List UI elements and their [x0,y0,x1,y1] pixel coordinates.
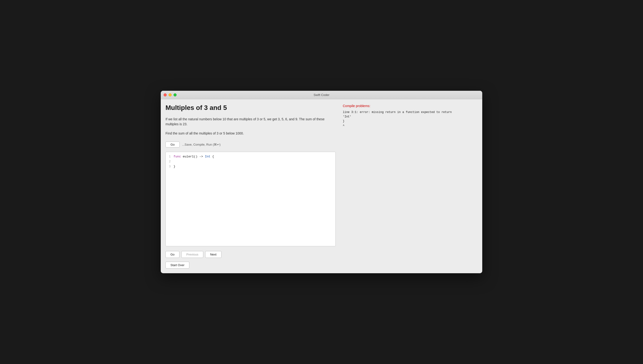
shortcut-hint: ...Save, Compile, Run (⌘↩) [182,143,220,146]
previous-button[interactable]: Previous [181,251,203,258]
problem-task: Find the sum of all the multiples of 3 o… [166,131,336,136]
left-panel: Multiples of 3 and 5 If we list all the … [166,104,336,268]
bottom-buttons: Go Previous Next [166,251,336,258]
go-button-top[interactable]: Go [166,142,180,148]
start-over-row: Start Over [166,262,336,268]
problem-description: If we list all the natural numbers below… [166,117,336,127]
go-bar: Go ...Save, Compile, Run (⌘↩) [166,142,336,148]
titlebar: Swift Coder [161,91,482,99]
go-button-bottom[interactable]: Go [166,251,180,258]
code-line-3: 3 } [167,164,333,169]
line-number-3: 3 [167,164,174,169]
code-line-1: 1 func euler1() -> Int { [167,154,333,159]
start-over-button[interactable]: Start Over [166,262,189,268]
line-code-2 [174,159,176,164]
line-number-2: 2 [167,159,174,164]
traffic-lights [164,93,176,96]
right-panel: Compile problems: line 3:1: error: missi… [340,104,478,268]
next-button[interactable]: Next [205,251,222,258]
maximize-button[interactable] [174,93,176,96]
line-code-1: func euler1() -> Int { [174,154,214,159]
compile-error-text: line 3:1: error: missing return in a fun… [343,110,475,128]
problem-title: Multiples of 3 and 5 [166,104,336,112]
close-button[interactable] [164,93,167,96]
code-editor[interactable]: 1 func euler1() -> Int { 2 3 } [166,152,336,246]
minimize-button[interactable] [168,93,172,96]
app-window: Swift Coder Multiples of 3 and 5 If we l… [161,91,482,273]
window-title: Swift Coder [314,93,329,97]
code-line-2: 2 [167,159,333,164]
compile-problems-title: Compile problems: [343,104,475,108]
line-code-3: } [174,164,176,169]
main-content: Multiples of 3 and 5 If we list all the … [161,99,482,273]
line-number-1: 1 [167,154,174,159]
